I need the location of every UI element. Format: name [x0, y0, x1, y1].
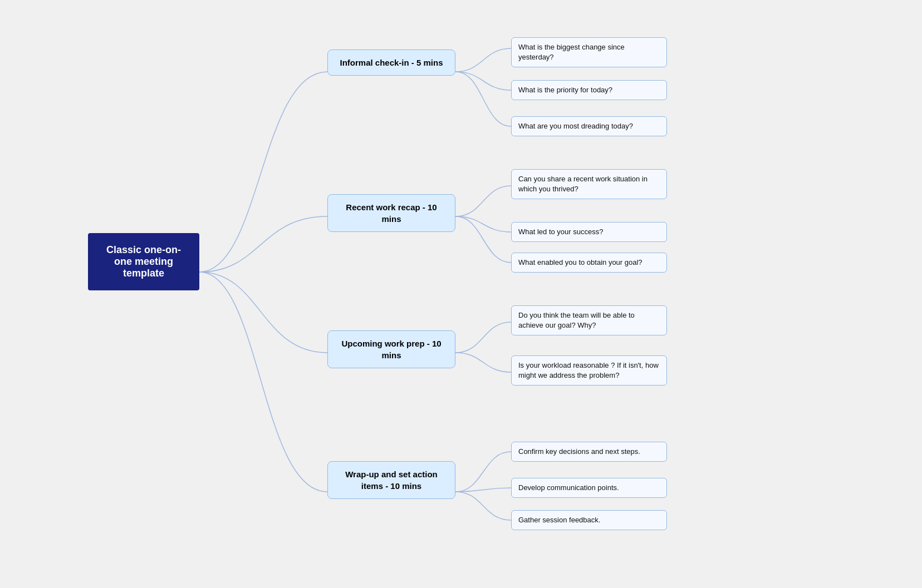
branch-4-leaf-2-text: Develop communication points. — [518, 483, 619, 492]
branch-1-leaf-3: What are you most dreading today? — [511, 116, 667, 136]
branch-1-leaf-1-text: What is the biggest change since yesterd… — [518, 43, 625, 61]
branch-1-label: Informal check-in - 5 mins — [340, 57, 443, 68]
branch-3-leaf-1: Do you think the team will be able to ac… — [511, 305, 667, 335]
branch-2-label: Recent work recap - 10 mins — [337, 201, 446, 225]
branch-4-leaf-2: Develop communication points. — [511, 478, 667, 498]
branch-1-leaf-1: What is the biggest change since yesterd… — [511, 37, 667, 67]
branch-4-leaf-3: Gather session feedback. — [511, 510, 667, 530]
branch-4: Wrap-up and set action items - 10 mins — [327, 461, 455, 499]
branch-3-leaf-2-text: Is your workload reasonable ? If it isn'… — [518, 361, 659, 379]
branch-2-leaf-1-text: Can you share a recent work situation in… — [518, 175, 648, 193]
connectors-svg — [71, 22, 851, 567]
branch-3-leaf-1-text: Do you think the team will be able to ac… — [518, 311, 635, 329]
branch-2-leaf-1: Can you share a recent work situation in… — [511, 169, 667, 199]
branch-3-leaf-2: Is your workload reasonable ? If it isn'… — [511, 355, 667, 386]
branch-4-label: Wrap-up and set action items - 10 mins — [337, 468, 446, 492]
branch-1-leaf-2: What is the priority for today? — [511, 80, 667, 100]
branch-1-leaf-3-text: What are you most dreading today? — [518, 122, 633, 130]
branch-3: Upcoming work prep - 10 mins — [327, 330, 455, 368]
branch-3-label: Upcoming work prep - 10 mins — [337, 338, 446, 361]
branch-4-leaf-1-text: Confirm key decisions and next steps. — [518, 447, 640, 456]
root-node: Classic one-on-one meeting template — [88, 233, 199, 290]
branch-1: Informal check-in - 5 mins — [327, 50, 455, 76]
branch-4-leaf-1: Confirm key decisions and next steps. — [511, 442, 667, 462]
mindmap: Classic one-on-one meeting template Info… — [71, 22, 851, 567]
branch-2-leaf-3-text: What enabled you to obtain your goal? — [518, 258, 643, 266]
root-label: Classic one-on-one meeting template — [98, 244, 189, 279]
branch-1-leaf-2-text: What is the priority for today? — [518, 86, 612, 94]
branch-2-leaf-2: What led to your success? — [511, 222, 667, 242]
branch-2-leaf-2-text: What led to your success? — [518, 228, 603, 236]
branch-2: Recent work recap - 10 mins — [327, 194, 455, 232]
branch-2-leaf-3: What enabled you to obtain your goal? — [511, 253, 667, 273]
branch-4-leaf-3-text: Gather session feedback. — [518, 516, 600, 524]
